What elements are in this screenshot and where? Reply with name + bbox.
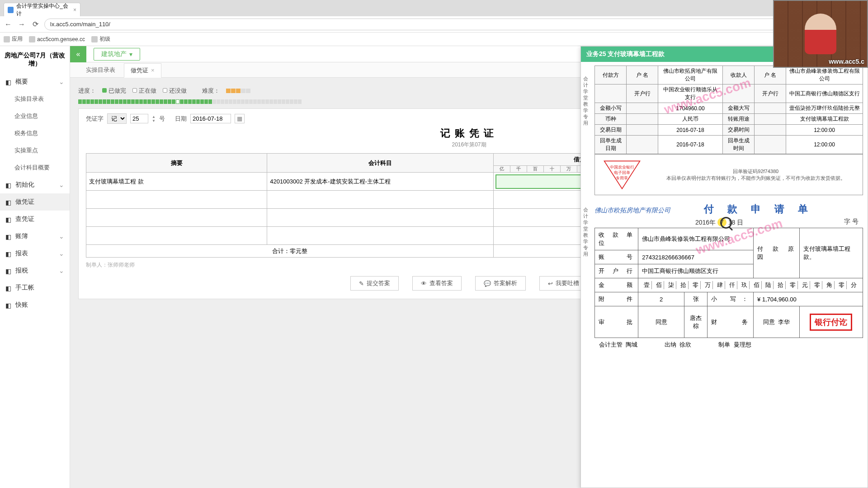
chevron-down-icon: ⌄	[59, 267, 64, 274]
address-bar: ← → ⟳ lx.acc5.com/main_110/	[0, 16, 868, 33]
browser-tabs-bar: 会计学堂实操中心_会计 ×	[0, 0, 868, 16]
calendar-icon[interactable]: ▦	[235, 114, 245, 123]
sidebar-subitem[interactable]: 会计科目概要	[0, 159, 70, 176]
sidebar-subitem[interactable]: 税务信息	[0, 125, 70, 142]
browser-tab[interactable]: 会计学堂实操中心_会计 ×	[4, 3, 80, 16]
reference-body[interactable]: 会计学堂教学专用 www.acc5.com 付款方户 名佛山市欧拓房地产有限公司…	[581, 62, 868, 488]
bank-receipt-table: 付款方户 名佛山市欧拓房地产有限公司收款人户 名佛山市鼎峰装修装饰工程有限公司开…	[594, 66, 863, 154]
doc-tab[interactable]: 做凭证×	[124, 63, 161, 78]
view-answer-button[interactable]: 👁查看答案	[412, 276, 462, 291]
sidebar-item-报税[interactable]: ◧报税⌄	[0, 262, 70, 279]
payment-footer: 会计主管 陶城出纳 徐欣制单 曼理想	[594, 338, 863, 352]
bookmark-item[interactable]: acc5com.gensee.cc	[29, 36, 85, 42]
sidebar-subitem[interactable]: 实操重点	[0, 142, 70, 159]
doc-tab[interactable]: 实操目录表	[79, 63, 122, 77]
sidebar-item-快账[interactable]: ◧快账	[0, 296, 70, 314]
apps-button[interactable]: 应用	[4, 35, 23, 43]
grid-icon: ◧	[5, 79, 12, 85]
tax-icon: ◧	[5, 267, 12, 274]
chevron-down-icon: ⌄	[59, 250, 64, 257]
back-icon[interactable]: ←	[4, 20, 13, 29]
payment-table: 收 款 单 位 佛山市鼎峰装修装饰工程有限公司 付 款 原 因 支付玻璃幕墙工程…	[594, 228, 863, 338]
grid-icon	[4, 36, 10, 42]
sidebar-item-做凭证[interactable]: ◧做凭证	[0, 193, 70, 211]
sidebar-subitem[interactable]: 实操目录表	[0, 90, 70, 108]
chevron-down-icon: ⌄	[59, 181, 64, 188]
main-area: « 建筑地产▾ 张师师老师 (SVIP会员) 实操目录表做凭证× 进度： 已做完…	[70, 46, 868, 488]
sidebar-item-账簿[interactable]: ◧账簿⌄	[0, 228, 70, 245]
bank-paid-stamp-icon: 银行付讫	[810, 314, 852, 331]
voucher-date-input[interactable]	[190, 114, 231, 123]
chevron-down-icon: ▾	[129, 51, 132, 58]
bank-receipt-footer: 中国农业银行电子回单专用章 回单验证码92f74380 本回单仅表明付款方有转账…	[594, 154, 863, 195]
page-icon	[29, 36, 35, 42]
magnifier-icon	[720, 217, 732, 229]
company-name: 佛山市欧拓房地产有限公司	[594, 206, 670, 215]
book-icon: ◧	[5, 233, 12, 239]
sidebar-title: 房地产公司7月（营改增）	[0, 46, 70, 73]
forward-icon[interactable]: →	[17, 20, 26, 29]
sidebar-item-初始化[interactable]: ◧初始化⌄	[0, 176, 70, 193]
voucher-char-select[interactable]: 记	[107, 113, 127, 124]
triangle-stamp-icon: 中国农业银行电子回单专用章	[602, 159, 642, 191]
reply-icon: ↩	[548, 280, 553, 287]
favicon-icon	[8, 7, 14, 13]
gear-icon: ◧	[5, 182, 12, 188]
spin-up-icon[interactable]: ▲	[152, 115, 156, 119]
report-icon: ◧	[5, 250, 12, 257]
payment-request: www.acc5.com 佛山市欧拓房地产有限公司 付 款 申 请 单 2016…	[594, 202, 863, 352]
tab-title: 会计学堂实操中心_会计	[16, 2, 71, 18]
chevron-down-icon: ⌄	[59, 78, 64, 85]
eye-icon: 👁	[421, 280, 427, 287]
close-icon[interactable]: ×	[151, 67, 155, 74]
search-icon: ◧	[5, 216, 12, 222]
pencil-icon: ◧	[5, 199, 12, 205]
voucher-no-input[interactable]	[130, 114, 148, 123]
pencil-icon: ◧	[5, 285, 12, 291]
chat-icon: 💬	[484, 280, 491, 287]
sidebar: 房地产公司7月（营改增） ◧概要⌄实操目录表企业信息税务信息实操重点会计科目概要…	[0, 46, 70, 488]
sidebar-item-手工帐[interactable]: ◧手工帐	[0, 279, 70, 296]
chevron-down-icon: ⌄	[59, 233, 64, 240]
spin-down-icon[interactable]: ▼	[152, 119, 156, 123]
pencil-icon: ✎	[359, 280, 364, 287]
page-icon	[91, 36, 98, 42]
reference-panel: 业务25 支付玻璃幕墙工程款 新窗口打开 ⇄ 会计学堂教学专用 www.acc5…	[580, 46, 868, 488]
explain-answer-button[interactable]: 💬答案解析	[475, 276, 526, 291]
collapse-sidebar-button[interactable]: «	[70, 46, 86, 62]
sidebar-item-概要[interactable]: ◧概要⌄	[0, 73, 70, 90]
doc-icon: ◧	[5, 302, 12, 308]
sidebar-item-查凭证[interactable]: ◧查凭证	[0, 211, 70, 228]
bookmark-item[interactable]: 初级	[91, 35, 110, 43]
vertical-label: 会计学堂教学专用	[582, 206, 589, 257]
vertical-label: 会计学堂教学专用	[582, 75, 589, 126]
category-dropdown[interactable]: 建筑地产▾	[94, 48, 140, 61]
difficulty-icon	[226, 88, 251, 94]
bookmarks-bar: 应用 acc5com.gensee.cc 初级	[0, 33, 868, 46]
url-input[interactable]: lx.acc5.com/main_110/	[44, 19, 864, 30]
tab-close-icon[interactable]: ×	[73, 7, 76, 13]
webcam-watermark: www.acc5.c	[829, 58, 864, 65]
reload-icon[interactable]: ⟳	[31, 20, 40, 29]
sidebar-subitem[interactable]: 企业信息	[0, 108, 70, 125]
pay-date: 2016年 7 18 日 字 号	[594, 218, 863, 227]
presenter-avatar-icon	[805, 14, 836, 54]
submit-answer-button[interactable]: ✎提交答案	[350, 276, 399, 291]
sidebar-item-报表[interactable]: ◧报表⌄	[0, 245, 70, 262]
webcam-overlay: www.acc5.c	[773, 0, 868, 68]
pay-title: 付 款 申 请 单	[704, 202, 813, 216]
